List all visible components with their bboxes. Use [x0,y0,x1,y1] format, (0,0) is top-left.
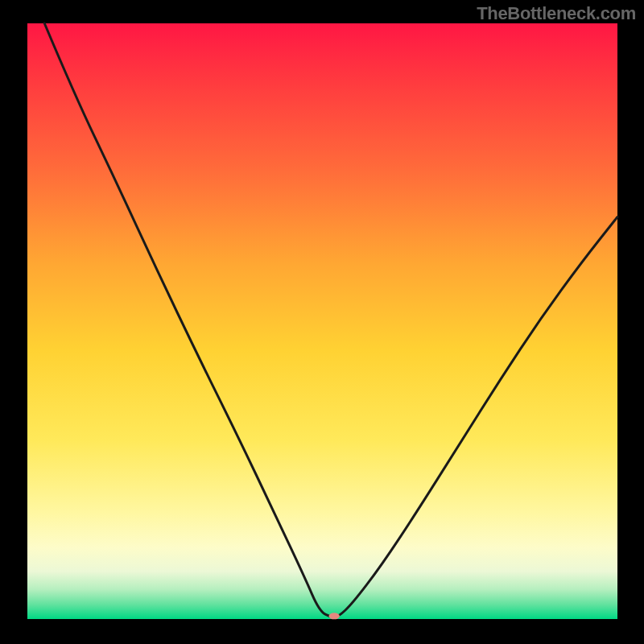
chart-svg [0,0,644,644]
optimal-marker [329,613,340,619]
plot-background [27,23,617,619]
watermark-text: TheBottleneck.com [477,3,636,24]
bottleneck-chart: TheBottleneck.com [0,0,644,644]
